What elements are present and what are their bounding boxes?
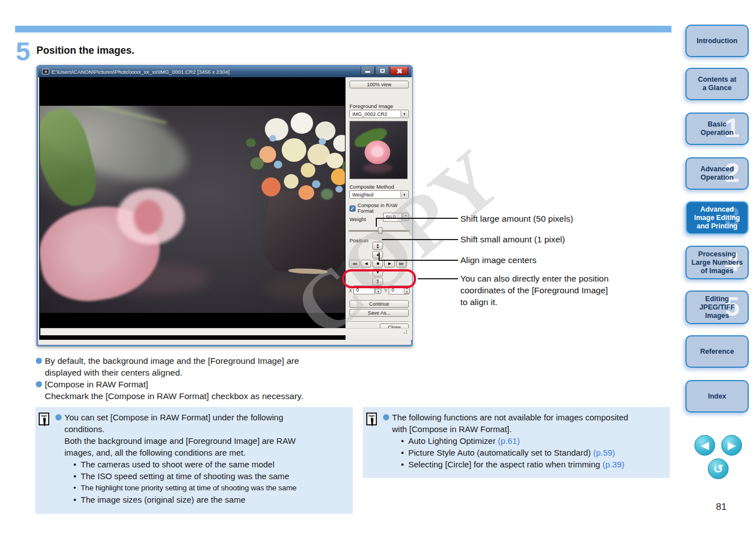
- sidebar-item-index[interactable]: Index: [685, 380, 749, 413]
- flower: [312, 180, 320, 188]
- sidebar-item-label: Processing Large Numbers of Images: [692, 250, 743, 275]
- note-box-right: A The following functions are not availa…: [363, 407, 670, 478]
- y-label: Y: [384, 288, 388, 293]
- leader-line: [382, 239, 458, 240]
- body-bullet-2-text: Checkmark the [Compose in RAW Format] ch…: [45, 390, 349, 402]
- shift-up-large-button[interactable]: ▲ ▲: [372, 242, 383, 250]
- composite-method-label: Composite Method: [349, 184, 394, 190]
- sidebar-item-advanced-image-editing[interactable]: 3 Advanced Image Editing and Printing: [685, 201, 749, 235]
- sidebar-item-label: Contents at a Glance: [698, 76, 736, 92]
- composite-photo: [40, 106, 345, 313]
- leader-line: [379, 260, 458, 261]
- next-icon: ▶: [727, 440, 736, 451]
- sidebar-item-introduction[interactable]: Introduction: [685, 25, 749, 57]
- step-title: Position the images.: [36, 45, 134, 57]
- sidebar-item-reference[interactable]: Reference: [685, 335, 749, 368]
- resize-grip[interactable]: [403, 329, 408, 334]
- sidebar-item-label: Basic Operation: [701, 120, 734, 137]
- composite-method-select[interactable]: Weighted ▼: [349, 190, 409, 199]
- annotation-shift-small: Shift small amount (1 pixel): [460, 233, 565, 245]
- x-label: X: [349, 288, 352, 293]
- note-right-item: Picture Style Auto (automatically set to…: [401, 447, 628, 458]
- flower: [333, 135, 345, 152]
- continue-button[interactable]: Continue: [349, 300, 409, 308]
- sidebar-item-label: Editing JPEG/TIFF Images: [699, 295, 735, 320]
- view-100-button[interactable]: 100% view: [349, 81, 409, 88]
- previous-icon: ◀: [701, 440, 709, 451]
- flower: [331, 168, 345, 185]
- spin-down-icon[interactable]: ▼: [376, 290, 381, 294]
- sidebar-item-processing-large-numbers[interactable]: 4 Processing Large Numbers of Images: [685, 246, 749, 279]
- note-box-left: A You can set [Compose in RAW Format] un…: [35, 407, 353, 514]
- note-left-bullet: You can set [Compose in RAW Format] unde…: [55, 411, 349, 505]
- body-bullet-2-title: [Compose in RAW Format]: [45, 378, 148, 390]
- leader-line: [418, 278, 458, 279]
- foreground-thumbnail: [349, 121, 408, 179]
- note-right-item: Auto Lighting Optimizer (p.61): [401, 435, 628, 447]
- flower: [319, 138, 326, 145]
- compose-raw-checkbox[interactable]: ✓ Compose in RAW Format: [349, 203, 412, 214]
- note-left-item: The cameras used to shoot were of the sa…: [73, 458, 296, 470]
- thumbnail-reflection: [363, 163, 393, 173]
- weight-field[interactable]: 50.0: [383, 213, 402, 222]
- sidebar-item-label: Advanced Operation: [701, 165, 734, 182]
- shift-left-large-button[interactable]: ◀◀: [349, 260, 360, 268]
- next-page-button[interactable]: ▶: [721, 435, 742, 456]
- sidebar-item-advanced-operation[interactable]: 2 Advanced Operation: [685, 157, 749, 190]
- flower: [284, 174, 298, 189]
- foreground-image-value: IMG_0002.CR2: [352, 111, 388, 117]
- compositing-tool-window: E:\Users\CANON\Pictures\Photo\xxxx_xx_xx…: [36, 65, 413, 346]
- foreground-image-select[interactable]: IMG_0002.CR2 ▼: [349, 110, 409, 118]
- center-dot-icon: [377, 263, 379, 265]
- note-left-intro: You can set [Compose in RAW Format] unde…: [64, 411, 296, 458]
- page-ref-link[interactable]: (p.39): [603, 460, 624, 469]
- shift-up-small-button[interactable]: ▲: [372, 251, 383, 259]
- flower: [291, 113, 313, 134]
- save-as-button[interactable]: Save As...: [349, 309, 409, 317]
- app-icon: [42, 69, 49, 74]
- window-client-area: 100% view Foreground Image IMG_0002.CR2 …: [39, 77, 410, 336]
- right-icon: ▶: [388, 261, 390, 266]
- flower: [326, 153, 343, 168]
- minimize-button[interactable]: [361, 67, 375, 75]
- previous-page-button[interactable]: ◀: [694, 435, 715, 456]
- page-ref-link[interactable]: (p.59): [593, 448, 615, 457]
- page-ref-link[interactable]: (p.61): [498, 436, 520, 446]
- checkbox-check-icon: ✓: [349, 205, 356, 212]
- body-bullet-1: By default, the background image and the…: [36, 355, 349, 378]
- weight-slider[interactable]: [348, 227, 410, 234]
- manual-page: 5 Position the images. E:\Users\CANON\Pi…: [0, 0, 756, 534]
- sidebar-item-editing-jpeg-tiff[interactable]: 5 Editing JPEG/TIFF Images: [685, 291, 749, 324]
- return-button[interactable]: ↺: [708, 458, 729, 479]
- body-bullet-2: [Compose in RAW Format]: [36, 378, 349, 390]
- note-icon: A: [366, 411, 383, 470]
- slider-thumb[interactable]: [378, 227, 382, 234]
- window-titlebar[interactable]: E:\Users\CANON\Pictures\Photo\xxxx_xx_xx…: [38, 67, 411, 77]
- sidebar-item-basic-operation[interactable]: 1 Basic Operation: [685, 113, 749, 145]
- weight-spinner[interactable]: ▲ ▼: [403, 213, 409, 221]
- align-centers-button[interactable]: [372, 260, 383, 268]
- step-number: 5: [16, 38, 30, 64]
- shift-left-small-button[interactable]: ◀: [361, 260, 371, 268]
- up-icon: ▲: [376, 246, 380, 249]
- close-window-button[interactable]: [390, 67, 408, 75]
- shift-right-small-button[interactable]: ▶: [384, 260, 395, 268]
- spin-down-icon[interactable]: ▼: [404, 290, 409, 294]
- maximize-button[interactable]: [375, 67, 389, 75]
- flower: [282, 138, 306, 162]
- note-right-item-text: Selecting [Circle] for the aspect ratio …: [408, 460, 603, 469]
- sidebar-item-contents-at-a-glance[interactable]: Contents at a Glance: [685, 68, 749, 100]
- flower: [262, 177, 281, 196]
- sidebar-item-label: Introduction: [697, 37, 738, 45]
- page-header-bar: [15, 26, 671, 32]
- thumbnail-rose-inner: [371, 146, 384, 157]
- note-right-list: Auto Lighting Optimizer (p.61) Picture S…: [401, 435, 628, 470]
- shift-right-large-button[interactable]: ▶▶: [396, 260, 407, 268]
- sidebar-item-label: Reference: [700, 348, 734, 356]
- composite-preview-canvas[interactable]: [39, 77, 346, 340]
- maximize-icon: [380, 69, 385, 73]
- close-icon: [396, 68, 402, 73]
- tulip-reflection: [93, 264, 211, 294]
- note-icon: A: [39, 411, 55, 505]
- note-left-item: The image sizes (original size) are the …: [73, 494, 296, 505]
